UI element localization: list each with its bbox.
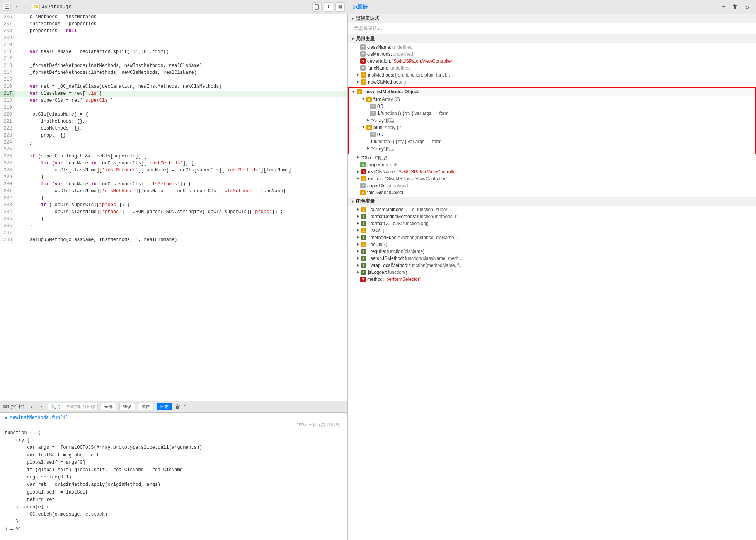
var-type-icon: o — [361, 72, 366, 78]
line-number: 207 — [0, 21, 15, 28]
var-value: Array (2) — [385, 125, 403, 130]
expand-icon[interactable]: ▶ — [356, 263, 360, 267]
var-name: 0 — [377, 104, 380, 109]
console-prev-button[interactable]: ‹ — [28, 403, 35, 410]
expand-icon[interactable]: ▶ — [356, 235, 360, 239]
expand-icon[interactable]: ▶ — [356, 176, 360, 181]
var-value: function() — [388, 270, 407, 275]
watch-section-title: 监视表达式 — [356, 15, 379, 22]
var-name: newClsMethods: — [368, 79, 402, 85]
line-number: 236 — [0, 223, 15, 230]
debug-item[interactable]: ▶SrealClsName: "SwiftJSPatch.ViewControl… — [348, 169, 756, 176]
forward-arrow[interactable]: › — [22, 3, 29, 10]
file-tab[interactable]: JS JSPatch.js — [32, 4, 72, 10]
filter-all-button[interactable]: 全部 — [101, 403, 116, 410]
debug-item[interactable]: ▶f_wrapLocalMethod: function(methodName,… — [348, 262, 756, 269]
refresh-button[interactable]: ↻ — [743, 3, 751, 11]
expand-icon[interactable]: ▶ — [356, 270, 360, 274]
var-type-icon: ? — [370, 104, 376, 109]
braces-button[interactable]: {} — [312, 2, 322, 12]
local-vars-header[interactable]: ▼ 局部变量 — [348, 34, 756, 43]
code-line-211: 211 var realClsName = declaration.split(… — [0, 49, 347, 56]
var-name: superCls: — [367, 183, 387, 188]
watch-section-header[interactable]: ▼ 监视表达式 — [348, 14, 756, 23]
expand-icon[interactable]: ▶ — [356, 256, 360, 260]
var-value: Array (2) — [382, 97, 400, 102]
var-name: _customMethods: — [368, 207, 405, 212]
local-section-title: 局部变量 — [356, 36, 375, 42]
line-number: 214 — [0, 70, 15, 77]
debug-item[interactable]: ▶"Array"原型 — [349, 145, 755, 153]
filter-warnings-button[interactable]: 警告 — [138, 403, 153, 410]
console-collapse-button[interactable]: ⌃ — [184, 403, 187, 410]
var-type-icon: f — [361, 235, 366, 240]
expand-icon[interactable]: ▶ — [356, 249, 360, 253]
sidebar-toggle-icon[interactable]: ☰ — [3, 3, 11, 11]
var-name: 1 — [377, 111, 380, 116]
console-next-button[interactable]: › — [38, 403, 45, 410]
var-name: this: — [367, 190, 376, 195]
var-type-icon: N — [360, 162, 366, 167]
expand-icon[interactable]: ▶ — [356, 155, 360, 159]
line-number: 216 — [0, 84, 15, 91]
stack-frame-title[interactable]: ◀ newInstMethods.fun[1] — [5, 415, 343, 420]
closure-section-content: ▶o_customMethods: {__c: function, super:… — [348, 206, 756, 284]
expand-icon[interactable]: ▶ — [356, 242, 360, 246]
expand-icon[interactable]: ▼ — [361, 125, 366, 130]
line-number: 225 — [0, 146, 15, 153]
debug-item[interactable]: ▶f_setupJSMethod: function(className, me… — [348, 255, 756, 262]
expand-icon[interactable]: ▶ — [356, 79, 360, 84]
line-content: clsMethods = instMethods — [15, 14, 347, 21]
debug-item[interactable]: ▶f_methodFunc: function(instance, clsNam… — [348, 234, 756, 241]
var-value: function(className, meth... — [405, 256, 462, 261]
code-line-213: 213 _formatDefineMethods(instMethods, ne… — [0, 63, 347, 70]
debug-item[interactable]: ▶onewClsMethods: {} — [348, 79, 756, 86]
debug-item: ?funcName: undefined — [348, 65, 756, 72]
expand-icon[interactable]: ▼ — [361, 97, 366, 101]
var-name: method: — [367, 277, 384, 282]
console-filter-input[interactable]: 🔍 Q+ 过滤控制台日志 — [48, 403, 98, 410]
debug-item[interactable]: ▶o_ocCls: {} — [348, 241, 756, 248]
debug-item[interactable]: ▶f_formatOCToJS: function(obj) — [348, 220, 756, 227]
var-name: instMethods: — [368, 72, 394, 78]
back-arrow[interactable]: ‹ — [13, 3, 20, 10]
filter-errors-button[interactable]: 错误 — [119, 403, 135, 410]
debug-item[interactable]: ▶f_require: function(clsName) — [348, 248, 756, 255]
watch-collapse-icon: ▼ — [351, 17, 354, 21]
new-inst-methods-header[interactable]: ▼ o newInstMethods: Object — [349, 88, 755, 96]
debug-item[interactable]: ▶"Object"原型 — [348, 154, 756, 162]
sidebar-button[interactable]: ▤ — [335, 2, 345, 12]
remove-watch-button[interactable]: 🗑 — [731, 3, 740, 11]
var-type-icon: ? — [360, 51, 366, 57]
var-name: _ocCls: — [368, 242, 383, 247]
debug-item[interactable]: ▶oinstMethods: {fun: function, pfun: fun… — [348, 72, 756, 79]
line-content: _formatDefineMethods(clsMethods, newClsM… — [15, 70, 347, 77]
debug-item[interactable]: ▶o_customMethods: {__c: function, super:… — [348, 207, 756, 214]
console-clear-button[interactable]: 🗑 — [175, 404, 180, 410]
debug-item[interactable]: ▶o_jsCls: {} — [348, 227, 756, 234]
console-label: ⌨ 控制台 — [3, 403, 25, 410]
debug-item[interactable]: ▼ofun: Array (2) — [349, 96, 755, 103]
expand-icon[interactable]: ▶ — [356, 214, 360, 219]
code-editor[interactable]: 206 clsMethods = instMethods207 instMeth… — [0, 14, 347, 401]
expand-icon[interactable]: ▶ — [356, 207, 360, 212]
var-name: 1 — [370, 139, 373, 144]
debug-item[interactable]: ▶f_formatDefineMethods: function(methods… — [348, 214, 756, 220]
filter-logs-button[interactable]: 日志 — [157, 403, 172, 410]
debug-item[interactable]: ▶fjsLogger: function() — [348, 269, 756, 276]
expand-icon[interactable]: ▶ — [366, 118, 370, 122]
closure-section-header[interactable]: ▼ 闭包变量 — [348, 197, 756, 206]
expand-icon[interactable]: ▶ — [356, 221, 360, 226]
expand-icon[interactable]: ▶ — [356, 228, 360, 232]
debug-item[interactable]: ▼opfun: Array (2) — [349, 125, 755, 132]
debug-scroll-area[interactable]: ▼ 监视表达式 无监视表达式 ▼ 局部变量 ?className: — [348, 14, 756, 540]
add-watch-button[interactable]: + — [720, 3, 728, 11]
debug-item[interactable]: ▶oret: {cls: "SwiftJSPatch.ViewControlle… — [348, 176, 756, 183]
var-value: undefined — [393, 51, 413, 57]
new-inst-methods-section: ▼ o newInstMethods: Object ▼ofun: Array … — [348, 87, 756, 154]
expand-icon[interactable]: ▶ — [366, 146, 370, 150]
expand-icon[interactable]: ▶ — [356, 72, 360, 77]
expand-icon[interactable]: ▶ — [356, 169, 360, 174]
jump-button[interactable]: ⬆ — [324, 2, 333, 12]
debug-item[interactable]: ▶"Array"原型 — [349, 117, 755, 125]
